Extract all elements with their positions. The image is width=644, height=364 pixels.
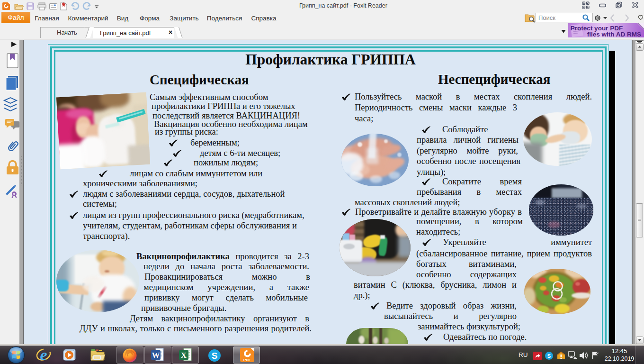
svg-text:S: S bbox=[547, 353, 551, 359]
svg-text:PDF: PDF bbox=[243, 358, 251, 362]
svg-text:e: e bbox=[40, 347, 47, 363]
svg-text:W: W bbox=[152, 351, 160, 360]
svg-text:X: X bbox=[181, 351, 187, 360]
svg-text:S: S bbox=[212, 351, 218, 361]
